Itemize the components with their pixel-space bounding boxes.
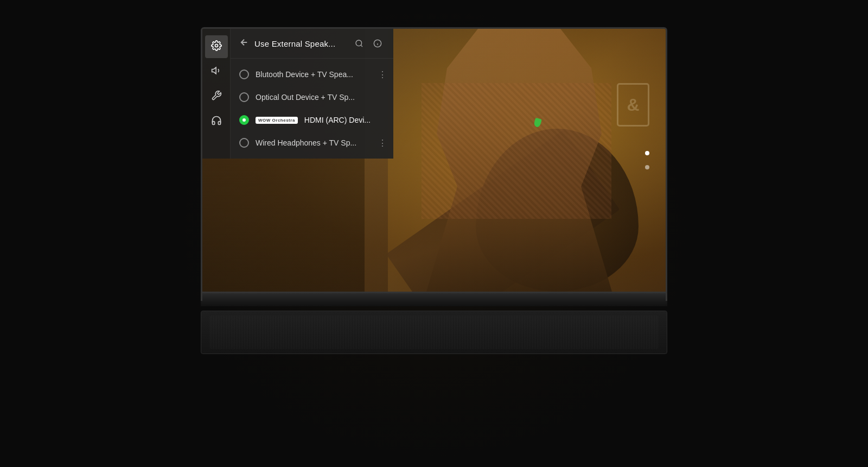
wrench-icon xyxy=(211,90,222,104)
wired-more-icon: ⋮ xyxy=(378,138,387,148)
tv-container: & xyxy=(198,27,670,440)
guitar-body xyxy=(476,129,639,292)
bluetooth-more-icon: ⋮ xyxy=(378,70,387,80)
tv-bezel-bottom xyxy=(201,293,667,301)
svg-marker-1 xyxy=(212,67,216,74)
menu-item-optical-label: Optical Out Device + TV Sp... xyxy=(256,93,385,102)
screen-dot-1 xyxy=(645,151,649,155)
sidebar-item-settings[interactable] xyxy=(205,35,228,58)
sidebar-item-tools[interactable] xyxy=(205,85,228,108)
menu-header: Use External Speak... xyxy=(231,29,393,59)
info-button[interactable] xyxy=(371,36,385,51)
menu-item-optical[interactable]: Optical Out Device + TV Sp... xyxy=(231,86,393,109)
sound-icon xyxy=(211,65,222,79)
menu-panel: Use External Speak... xyxy=(231,29,393,159)
green-pick xyxy=(533,118,542,128)
wow-orchestra-badge: WOW Orchestra xyxy=(256,117,298,124)
menu-item-hdmi[interactable]: WOW Orchestra HDMI (ARC) Devi... xyxy=(231,109,393,131)
search-button[interactable] xyxy=(352,36,366,51)
screen-dots xyxy=(645,151,649,169)
menu-item-hdmi-label: HDMI (ARC) Devi... xyxy=(304,116,385,124)
menu-items-list: Blutooth Device + TV Spea... ⋮ Optical O… xyxy=(231,59,393,159)
radio-optical xyxy=(239,92,249,102)
sidebar-item-audio[interactable] xyxy=(205,110,228,133)
tv-screen: & xyxy=(201,27,667,293)
svg-point-2 xyxy=(356,40,362,46)
person-shape xyxy=(416,29,622,292)
sidebar-item-sound[interactable] xyxy=(205,60,228,83)
sidebar xyxy=(202,29,231,159)
tv-stand xyxy=(201,301,667,306)
menu-item-wired[interactable]: Wired Headphones + TV Sp... ⋮ xyxy=(231,131,393,154)
menu-title: Use External Speak... xyxy=(254,39,347,48)
radio-hdmi xyxy=(239,115,249,125)
headphones-icon xyxy=(211,115,222,129)
shirt-texture xyxy=(422,83,611,219)
radio-wired xyxy=(239,138,249,148)
menu-overlay: Use External Speak... xyxy=(202,29,393,159)
guitar-neck xyxy=(386,130,620,292)
soundbar xyxy=(201,311,667,354)
menu-header-icons xyxy=(352,36,385,51)
menu-item-wired-label: Wired Headphones + TV Sp... xyxy=(256,138,385,147)
settings-icon xyxy=(211,40,222,54)
menu-item-bluetooth-label: Blutooth Device + TV Spea... xyxy=(256,70,385,79)
bg-sign: & xyxy=(617,83,649,127)
screen-dot-2 xyxy=(645,165,649,169)
menu-item-bluetooth[interactable]: Blutooth Device + TV Spea... ⋮ xyxy=(231,63,393,86)
svg-point-0 xyxy=(215,44,218,47)
radio-bluetooth xyxy=(239,70,249,79)
back-button[interactable] xyxy=(239,37,249,50)
